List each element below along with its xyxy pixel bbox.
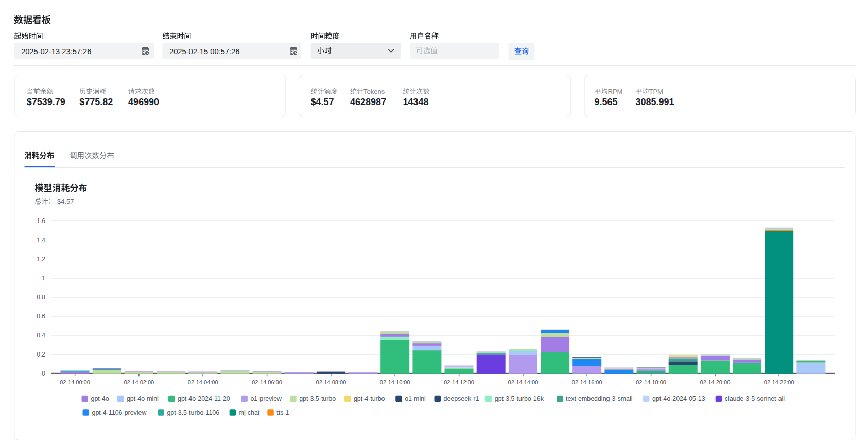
- svg-text:gpt-4-1106-preview: gpt-4-1106-preview: [92, 409, 147, 416]
- svg-text:0.6: 0.6: [37, 313, 45, 320]
- svg-text:3085.991: 3085.991: [636, 97, 674, 107]
- svg-text:1.4: 1.4: [37, 236, 45, 244]
- svg-text:02-14 20:00: 02-14 20:00: [700, 379, 731, 385]
- svg-text:gpt-3.5-turbo-16k: gpt-3.5-turbo-16k: [495, 395, 544, 402]
- svg-text:02-14 02:00: 02-14 02:00: [124, 379, 154, 385]
- svg-text:02-14 10:00: 02-14 10:00: [380, 379, 410, 385]
- svg-text:claude-3-5-sonnet-all: claude-3-5-sonnet-all: [725, 395, 785, 402]
- svg-text:14348: 14348: [403, 97, 429, 107]
- svg-text:4628987: 4628987: [350, 97, 386, 107]
- svg-text:gpt-4o-2024-05-13: gpt-4o-2024-05-13: [652, 395, 705, 402]
- svg-text:TPM: TPM: [649, 88, 663, 95]
- svg-text:9.565: 9.565: [595, 97, 618, 107]
- svg-text:gpt-4o-mini: gpt-4o-mini: [127, 395, 159, 402]
- svg-text:496990: 496990: [128, 97, 159, 107]
- svg-text:0.8: 0.8: [37, 294, 45, 301]
- svg-text:text-embedding-3-small: text-embedding-3-small: [566, 395, 632, 402]
- svg-text:1.2: 1.2: [37, 256, 45, 263]
- svg-text:1.6: 1.6: [37, 217, 45, 225]
- svg-text:$4.57: $4.57: [311, 97, 334, 107]
- svg-text:gpt-3.5-turbo: gpt-3.5-turbo: [299, 395, 336, 402]
- svg-text:02-14 00:00: 02-14 00:00: [60, 379, 90, 385]
- svg-text:0: 0: [42, 370, 45, 377]
- svg-text:gpt-3.5-turbo-1106: gpt-3.5-turbo-1106: [167, 409, 219, 416]
- svg-text:02-14 16:00: 02-14 16:00: [572, 379, 602, 385]
- svg-text:gpt-4-turbo: gpt-4-turbo: [354, 395, 385, 402]
- svg-text:02-14 12:00: 02-14 12:00: [444, 379, 474, 385]
- svg-text:o1-preview: o1-preview: [250, 395, 282, 402]
- svg-text:2025-02-15 00:57:26: 2025-02-15 00:57:26: [169, 47, 239, 56]
- svg-text:2025-02-13 23:57:26: 2025-02-13 23:57:26: [21, 47, 91, 56]
- svg-text:Tokens: Tokens: [363, 88, 385, 95]
- svg-text:$7539.79: $7539.79: [27, 97, 65, 107]
- svg-text:mj-chat: mj-chat: [239, 409, 260, 416]
- svg-text:1: 1: [42, 275, 45, 282]
- svg-text:$775.82: $775.82: [79, 97, 113, 107]
- svg-text:gpt-4o-2024-11-20: gpt-4o-2024-11-20: [178, 395, 230, 402]
- svg-text:02-14 08:00: 02-14 08:00: [316, 379, 346, 385]
- svg-text:RPM: RPM: [608, 88, 623, 95]
- svg-text:0.4: 0.4: [37, 332, 45, 339]
- svg-text:02-14 04:00: 02-14 04:00: [188, 379, 218, 385]
- svg-text:o1-mini: o1-mini: [405, 395, 426, 402]
- svg-text:02-14 22:00: 02-14 22:00: [764, 379, 794, 385]
- svg-text:deepseek-r1: deepseek-r1: [444, 395, 479, 402]
- svg-text:gpt-4o: gpt-4o: [91, 395, 109, 402]
- svg-text:tts-1: tts-1: [276, 409, 289, 416]
- svg-text:02-14 14:00: 02-14 14:00: [508, 379, 539, 385]
- svg-text:$4.57: $4.57: [57, 198, 74, 206]
- svg-text:02-14 18:00: 02-14 18:00: [636, 379, 666, 385]
- svg-text:02-14 06:00: 02-14 06:00: [252, 379, 282, 385]
- svg-text:0.2: 0.2: [37, 351, 45, 358]
